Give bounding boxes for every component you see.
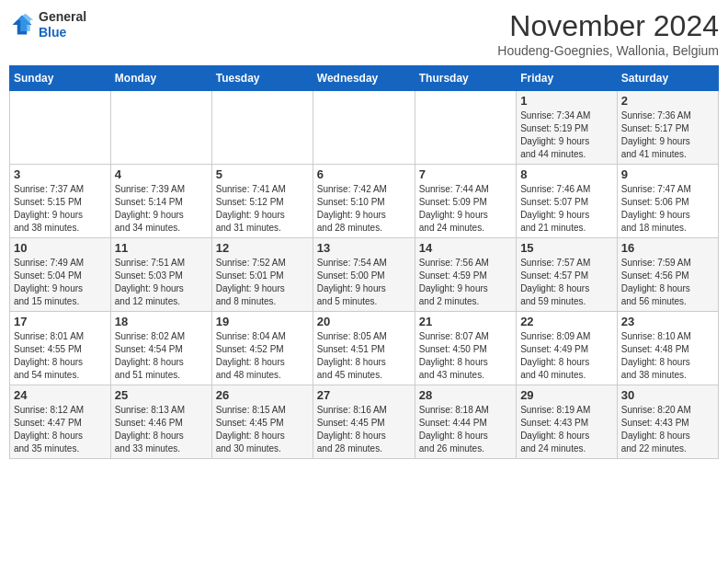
calendar-cell: 18Sunrise: 8:02 AMSunset: 4:54 PMDayligh… <box>110 312 211 385</box>
day-info: Sunrise: 7:49 AMSunset: 5:04 PMDaylight:… <box>14 257 107 308</box>
calendar-cell: 15Sunrise: 7:57 AMSunset: 4:57 PMDayligh… <box>517 238 618 312</box>
logo-icon <box>9 12 35 38</box>
calendar-cell: 5Sunrise: 7:41 AMSunset: 5:12 PMDaylight… <box>211 165 313 238</box>
calendar-table: SundayMondayTuesdayWednesdayThursdayFrid… <box>9 65 719 459</box>
day-info: Sunrise: 8:02 AMSunset: 4:54 PMDaylight:… <box>115 330 208 382</box>
weekday-header-thursday: Thursday <box>415 66 516 91</box>
calendar-week-5: 24Sunrise: 8:12 AMSunset: 4:47 PMDayligh… <box>10 385 719 459</box>
calendar-cell: 19Sunrise: 8:04 AMSunset: 4:52 PMDayligh… <box>211 312 313 385</box>
day-info: Sunrise: 8:07 AMSunset: 4:50 PMDaylight:… <box>419 330 512 382</box>
day-number: 5 <box>216 167 309 181</box>
calendar-cell: 6Sunrise: 7:42 AMSunset: 5:10 PMDaylight… <box>313 165 415 238</box>
calendar-cell: 26Sunrise: 8:15 AMSunset: 4:45 PMDayligh… <box>211 385 313 459</box>
day-number: 10 <box>14 241 107 255</box>
day-number: 1 <box>520 94 613 108</box>
day-number: 12 <box>216 241 309 255</box>
day-info: Sunrise: 8:12 AMSunset: 4:47 PMDaylight:… <box>14 404 107 455</box>
day-number: 18 <box>115 315 208 328</box>
calendar-cell <box>10 91 111 165</box>
day-number: 30 <box>621 388 714 402</box>
day-info: Sunrise: 7:44 AMSunset: 5:09 PMDaylight:… <box>419 183 512 235</box>
calendar-cell: 10Sunrise: 7:49 AMSunset: 5:04 PMDayligh… <box>10 238 111 312</box>
calendar-cell: 14Sunrise: 7:56 AMSunset: 4:59 PMDayligh… <box>415 238 516 312</box>
day-info: Sunrise: 7:46 AMSunset: 5:07 PMDaylight:… <box>520 183 613 235</box>
day-info: Sunrise: 7:47 AMSunset: 5:06 PMDaylight:… <box>621 183 714 235</box>
day-number: 23 <box>621 315 714 328</box>
day-info: Sunrise: 8:15 AMSunset: 4:45 PMDaylight:… <box>216 404 309 455</box>
calendar-cell: 2Sunrise: 7:36 AMSunset: 5:17 PMDaylight… <box>617 91 718 165</box>
weekday-header-friday: Friday <box>517 66 618 91</box>
day-info: Sunrise: 8:18 AMSunset: 4:44 PMDaylight:… <box>419 404 512 455</box>
calendar-cell: 7Sunrise: 7:44 AMSunset: 5:09 PMDaylight… <box>415 165 516 238</box>
calendar-cell: 27Sunrise: 8:16 AMSunset: 4:45 PMDayligh… <box>313 385 415 459</box>
calendar-week-3: 10Sunrise: 7:49 AMSunset: 5:04 PMDayligh… <box>10 238 719 312</box>
day-number: 17 <box>14 315 107 328</box>
calendar-cell: 21Sunrise: 8:07 AMSunset: 4:50 PMDayligh… <box>415 312 516 385</box>
day-number: 19 <box>216 315 309 328</box>
day-info: Sunrise: 7:59 AMSunset: 4:56 PMDaylight:… <box>621 257 714 308</box>
calendar-cell <box>415 91 516 165</box>
weekday-header-monday: Monday <box>110 66 211 91</box>
day-info: Sunrise: 8:04 AMSunset: 4:52 PMDaylight:… <box>216 330 309 382</box>
calendar-cell: 20Sunrise: 8:05 AMSunset: 4:51 PMDayligh… <box>313 312 415 385</box>
day-info: Sunrise: 7:52 AMSunset: 5:01 PMDaylight:… <box>216 257 309 308</box>
day-number: 20 <box>317 315 411 328</box>
day-info: Sunrise: 7:39 AMSunset: 5:14 PMDaylight:… <box>115 183 208 235</box>
day-number: 8 <box>520 167 613 181</box>
day-number: 26 <box>216 388 309 402</box>
logo: General Blue <box>9 9 86 40</box>
calendar-cell: 25Sunrise: 8:13 AMSunset: 4:46 PMDayligh… <box>110 385 211 459</box>
weekday-header-sunday: Sunday <box>10 66 111 91</box>
day-number: 6 <box>317 167 411 181</box>
day-info: Sunrise: 7:34 AMSunset: 5:19 PMDaylight:… <box>520 109 613 161</box>
calendar-cell: 24Sunrise: 8:12 AMSunset: 4:47 PMDayligh… <box>10 385 111 459</box>
calendar-cell: 8Sunrise: 7:46 AMSunset: 5:07 PMDaylight… <box>517 165 618 238</box>
calendar-cell: 16Sunrise: 7:59 AMSunset: 4:56 PMDayligh… <box>617 238 718 312</box>
day-info: Sunrise: 7:57 AMSunset: 4:57 PMDaylight:… <box>520 257 613 308</box>
calendar-cell: 17Sunrise: 8:01 AMSunset: 4:55 PMDayligh… <box>10 312 111 385</box>
day-info: Sunrise: 8:05 AMSunset: 4:51 PMDaylight:… <box>317 330 411 382</box>
page: General Blue November 2024 Houdeng-Goegn… <box>0 0 728 468</box>
day-info: Sunrise: 8:20 AMSunset: 4:43 PMDaylight:… <box>621 404 714 455</box>
day-number: 14 <box>419 241 512 255</box>
day-number: 28 <box>419 388 512 402</box>
day-number: 24 <box>14 388 107 402</box>
calendar-week-2: 3Sunrise: 7:37 AMSunset: 5:15 PMDaylight… <box>10 165 719 238</box>
calendar-cell: 22Sunrise: 8:09 AMSunset: 4:49 PMDayligh… <box>517 312 618 385</box>
day-info: Sunrise: 7:42 AMSunset: 5:10 PMDaylight:… <box>317 183 411 235</box>
day-info: Sunrise: 8:10 AMSunset: 4:48 PMDaylight:… <box>621 330 714 382</box>
month-title: November 2024 <box>497 9 719 43</box>
calendar-cell <box>313 91 415 165</box>
calendar-cell: 13Sunrise: 7:54 AMSunset: 5:00 PMDayligh… <box>313 238 415 312</box>
weekday-header-row: SundayMondayTuesdayWednesdayThursdayFrid… <box>10 66 719 91</box>
day-info: Sunrise: 7:37 AMSunset: 5:15 PMDaylight:… <box>14 183 107 235</box>
day-number: 25 <box>115 388 208 402</box>
day-number: 21 <box>419 315 512 328</box>
day-number: 29 <box>520 388 613 402</box>
calendar-cell: 3Sunrise: 7:37 AMSunset: 5:15 PMDaylight… <box>10 165 111 238</box>
calendar-cell: 1Sunrise: 7:34 AMSunset: 5:19 PMDaylight… <box>517 91 618 165</box>
day-number: 3 <box>14 167 107 181</box>
day-number: 11 <box>115 241 208 255</box>
calendar-cell: 4Sunrise: 7:39 AMSunset: 5:14 PMDaylight… <box>110 165 211 238</box>
title-section: November 2024 Houdeng-Goegnies, Wallonia… <box>497 9 719 58</box>
day-info: Sunrise: 7:36 AMSunset: 5:17 PMDaylight:… <box>621 109 714 161</box>
day-number: 13 <box>317 241 411 255</box>
day-info: Sunrise: 8:19 AMSunset: 4:43 PMDaylight:… <box>520 404 613 455</box>
weekday-header-wednesday: Wednesday <box>313 66 415 91</box>
day-number: 4 <box>115 167 208 181</box>
day-number: 22 <box>520 315 613 328</box>
logo-text: General Blue <box>39 9 86 40</box>
calendar-cell: 12Sunrise: 7:52 AMSunset: 5:01 PMDayligh… <box>211 238 313 312</box>
calendar-cell: 29Sunrise: 8:19 AMSunset: 4:43 PMDayligh… <box>517 385 618 459</box>
calendar-cell: 9Sunrise: 7:47 AMSunset: 5:06 PMDaylight… <box>617 165 718 238</box>
day-number: 16 <box>621 241 714 255</box>
day-number: 7 <box>419 167 512 181</box>
day-info: Sunrise: 7:54 AMSunset: 5:00 PMDaylight:… <box>317 257 411 308</box>
calendar-week-4: 17Sunrise: 8:01 AMSunset: 4:55 PMDayligh… <box>10 312 719 385</box>
calendar-week-1: 1Sunrise: 7:34 AMSunset: 5:19 PMDaylight… <box>10 91 719 165</box>
day-info: Sunrise: 7:51 AMSunset: 5:03 PMDaylight:… <box>115 257 208 308</box>
calendar-cell <box>110 91 211 165</box>
weekday-header-saturday: Saturday <box>617 66 718 91</box>
location-subtitle: Houdeng-Goegnies, Wallonia, Belgium <box>497 43 719 58</box>
